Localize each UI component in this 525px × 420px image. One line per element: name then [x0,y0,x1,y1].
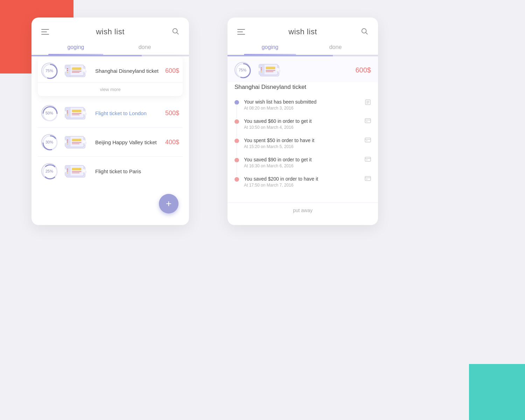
svg-rect-93 [365,176,371,181]
timeline-title-4: You saved $200 in order to have it [244,176,361,182]
timeline-item-4: You saved $200 in order to have it At 17… [234,176,371,188]
wish-item-london: 50% [38,99,183,128]
fab-add-button[interactable]: + [159,194,178,214]
left-card-title: wish list [96,27,125,36]
right-tabs: goging done [227,40,378,55]
item-price-beijing: 400$ [165,139,179,146]
timeline-dot-4 [234,177,239,182]
svg-point-31 [67,112,68,113]
svg-point-79 [261,71,262,72]
item-name-london: Flight ticket to London [95,110,165,116]
right-card-header: wish list [227,18,378,40]
corner-decoration-teal [469,364,525,420]
svg-point-41 [82,140,85,143]
timeline-dot-3 [234,158,239,162]
percent-badge-disneyland: 75% [41,63,57,79]
svg-point-16 [67,70,68,71]
left-phone-card: wish list goging done [31,18,189,225]
right-card-title: wish list [288,27,317,36]
tab-done-left[interactable]: done [110,40,179,55]
ticket-icon-beijing [62,134,90,150]
svg-point-11 [82,69,85,72]
percent-text-london: 50% [46,111,53,115]
svg-rect-57 [72,168,81,170]
wish-item-disneyland: 75% [38,56,183,97]
right-hamburger-icon[interactable] [237,29,245,35]
svg-rect-42 [72,139,81,141]
left-card-header: wish list [31,18,189,40]
timeline-title-1: You saved $60 in order to get it [244,118,361,124]
timeline-content-4: You saved $200 in order to have it At 17… [244,176,361,188]
put-away-button[interactable]: put away [227,202,378,218]
timeline-title-3: You saved $90 in order to get it [244,157,361,162]
svg-point-0 [173,29,177,33]
svg-rect-87 [365,138,371,142]
timeline-icon-card-2 [365,138,371,144]
svg-point-26 [82,111,85,114]
svg-point-73 [276,68,279,71]
svg-point-63 [362,29,366,33]
timeline-dot-2 [234,139,239,143]
detail-ticket-icon [256,62,284,78]
item-name-paris: Flight ticket to Paris [95,168,179,174]
timeline-dot-0 [234,100,239,105]
detail-item-name: Shanghai Disneyland ticket [227,82,378,96]
svg-point-47 [67,143,68,145]
svg-point-15 [67,68,68,69]
timeline-date-1: At 10:50 on March 4, 2016 [244,125,361,130]
right-detail-card: wish list goging done 75% [227,18,378,225]
timeline-date-0: At 08:20 on March 3, 2016 [244,106,361,111]
ticket-icon-disneyland [62,63,90,79]
timeline-item-0: Your wish list has been submitted At 08:… [234,99,371,111]
svg-rect-74 [266,66,275,69]
timeline-dot-1 [234,119,239,124]
svg-point-77 [261,67,262,69]
timeline-content-0: Your wish list has been submitted At 08:… [244,99,361,111]
percent-text-beijing: 30% [46,140,53,144]
svg-rect-12 [72,67,81,70]
item-name-beijing: Beijing Happy Valley ticket [95,139,165,145]
wish-item-beijing: 30% [38,128,183,157]
svg-point-56 [82,169,85,172]
timeline-content-2: You spent $50 in order to have it At 15:… [244,138,361,149]
timeline-title-2: You spent $50 in order to have it [244,138,361,143]
svg-point-30 [67,110,68,112]
timeline: Your wish list has been submitted At 08:… [227,96,378,202]
svg-point-78 [261,69,262,70]
timeline-icon-list [365,99,371,107]
svg-point-62 [67,172,68,174]
svg-rect-27 [72,110,81,112]
item-price-london: 500$ [165,110,179,117]
percent-badge-paris: 25% [41,163,57,179]
timeline-item-3: You saved $90 in order to get it At 16:3… [234,157,371,168]
svg-point-60 [67,168,68,170]
percent-badge-london: 50% [41,105,57,121]
tab-going-left[interactable]: goging [41,40,110,55]
hamburger-menu-icon[interactable] [41,29,49,35]
percent-text-disneyland: 75% [46,69,53,73]
svg-line-1 [177,33,178,34]
timeline-icon-card-3 [365,157,371,163]
tab-done-right[interactable]: done [303,40,368,55]
item-name-disneyland: Shanghai Disneyland ticket [95,68,165,74]
right-search-icon[interactable] [360,27,368,36]
timeline-date-2: At 15:20 on March 5, 2016 [244,144,361,149]
wish-item-paris: 25% [38,157,183,186]
svg-point-17 [67,72,68,73]
view-more-button[interactable]: view more [38,82,183,96]
timeline-item-2: You spent $50 in order to have it At 15:… [234,138,371,149]
svg-rect-90 [365,157,371,161]
timeline-content-3: You saved $90 in order to get it At 16:3… [244,157,361,168]
tab-going-right[interactable]: goging [237,40,303,55]
left-tabs: goging done [31,40,189,55]
left-wish-list: 75% [31,56,189,186]
timeline-icon-card-4 [365,176,371,182]
timeline-date-4: At 17:50 on March 7, 2016 [244,183,361,188]
percent-text-paris: 25% [46,169,53,173]
detail-top-item: 75% 600$ [227,56,378,82]
timeline-item-1: You saved $60 in order to get it At 10:5… [234,118,371,130]
item-price-disneyland: 600$ [165,67,179,75]
search-icon[interactable] [172,27,179,36]
timeline-title-0: Your wish list has been submitted [244,99,361,105]
timeline-content-1: You saved $60 in order to get it At 10:5… [244,118,361,130]
